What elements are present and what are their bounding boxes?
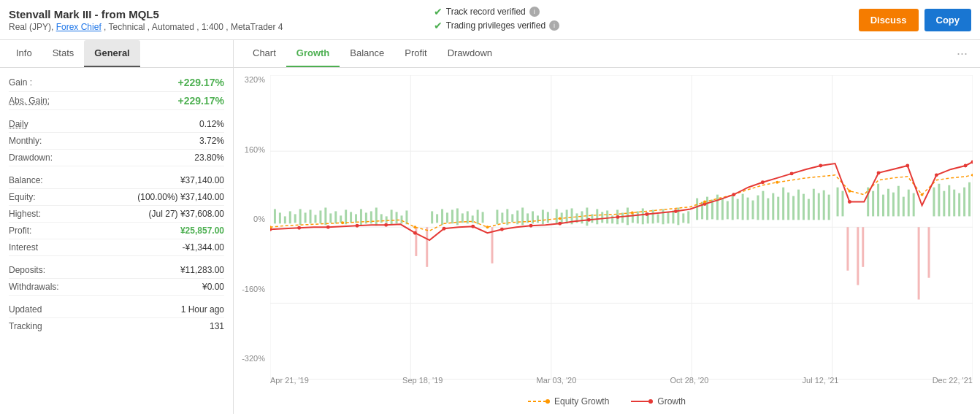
svg-rect-123 (872, 191, 874, 217)
svg-rect-132 (918, 227, 920, 299)
copy-button[interactable]: Copy (925, 9, 972, 31)
tab-info[interactable]: Info (6, 40, 42, 67)
tracking-value: 131 (210, 321, 224, 331)
equity-row: Equity: (100.00%) ¥37,140.00 (9, 189, 224, 206)
svg-rect-104 (767, 199, 769, 220)
drawdown-label: Drawdown: (9, 153, 53, 163)
daily-label: Daily (9, 119, 28, 129)
drawdown-value: 23.80% (194, 153, 224, 163)
legend-growth-line-icon (631, 398, 653, 405)
highest-row: Highest: (Jul 27) ¥37,608.00 (9, 206, 224, 223)
chart-tab-chart[interactable]: Chart (242, 40, 286, 67)
svg-rect-13 (284, 216, 286, 223)
svg-rect-118 (841, 191, 843, 217)
svg-point-155 (645, 212, 648, 216)
svg-point-147 (413, 231, 417, 235)
svg-rect-141 (968, 182, 971, 217)
abs-gain-label: Abs. Gain: (9, 96, 50, 106)
chart-area: 320% 160% 0% -160% -320% (234, 68, 980, 414)
svg-rect-111 (803, 194, 805, 220)
svg-point-175 (776, 181, 778, 184)
chart-tab-balance[interactable]: Balance (340, 40, 394, 67)
svg-point-176 (848, 190, 851, 193)
chart-tab-growth[interactable]: Growth (286, 40, 340, 67)
interest-label: Interest (9, 242, 38, 253)
svg-rect-50 (482, 212, 484, 223)
monthly-label: Monthly: (9, 136, 42, 146)
svg-rect-47 (467, 211, 469, 223)
svg-rect-126 (887, 189, 889, 217)
right-panel: Chart Growth Balance Profit Drawdown ···… (234, 40, 980, 414)
svg-rect-110 (797, 190, 800, 220)
more-options-icon[interactable]: ··· (953, 42, 971, 65)
svg-point-163 (877, 171, 881, 174)
svg-point-159 (761, 180, 765, 184)
svg-rect-73 (606, 210, 608, 223)
svg-rect-129 (903, 197, 905, 217)
svg-rect-100 (747, 198, 749, 220)
chart-tab-drawdown[interactable]: Drawdown (437, 40, 502, 67)
svg-point-177 (921, 193, 924, 196)
svg-rect-24 (340, 215, 342, 223)
svg-rect-105 (772, 193, 774, 220)
tab-stats[interactable]: Stats (42, 40, 85, 67)
gain-row: Gain : +229.17% (9, 74, 224, 92)
tracking-row: Tracking 131 (9, 318, 224, 334)
svg-rect-68 (581, 211, 583, 223)
svg-rect-53 (501, 212, 503, 223)
svg-rect-49 (477, 209, 479, 224)
svg-point-146 (384, 223, 388, 227)
balance-row: Balance: ¥37,140.00 (9, 172, 224, 189)
svg-rect-80 (642, 208, 644, 224)
svg-rect-83 (657, 214, 659, 223)
abs-gain-value: +229.17% (178, 95, 224, 107)
balance-label: Balance: (9, 175, 43, 185)
svg-rect-63 (556, 209, 558, 223)
svg-rect-32 (380, 214, 383, 223)
svg-rect-106 (777, 197, 779, 220)
legend-growth: Growth (631, 396, 686, 407)
svg-point-156 (674, 209, 678, 213)
svg-point-173 (631, 211, 634, 214)
svg-rect-107 (782, 188, 784, 220)
svg-rect-79 (637, 211, 639, 223)
svg-rect-33 (386, 216, 388, 223)
legend-equity-label: Equity Growth (554, 396, 609, 407)
chart-svg (270, 75, 973, 380)
svg-point-149 (471, 225, 475, 228)
tab-general[interactable]: General (84, 40, 139, 67)
gain-value: +229.17% (178, 77, 224, 88)
svg-rect-21 (324, 207, 326, 225)
svg-point-152 (558, 222, 562, 226)
svg-point-151 (529, 224, 533, 228)
deposits-value: ¥11,283.00 (180, 265, 224, 275)
svg-rect-92 (706, 197, 708, 220)
svg-rect-102 (757, 196, 759, 220)
svg-rect-34 (391, 209, 393, 225)
svg-rect-125 (882, 195, 884, 217)
info-icon-2[interactable]: i (549, 20, 559, 31)
header-right: Discuss Copy (859, 9, 971, 31)
svg-rect-39 (426, 227, 428, 267)
track-record-verified: ✔ Track record verified i (434, 6, 859, 18)
withdrawals-label: Withdrawals: (9, 282, 59, 292)
svg-rect-59 (532, 211, 534, 223)
highest-label: Highest: (9, 209, 41, 219)
svg-rect-62 (547, 212, 549, 223)
check-icon-1: ✔ (434, 6, 443, 18)
discuss-button[interactable]: Discuss (859, 9, 919, 31)
svg-point-158 (732, 193, 735, 196)
svg-rect-61 (542, 209, 544, 224)
svg-rect-116 (828, 195, 830, 220)
info-icon-1[interactable]: i (529, 7, 540, 17)
forex-chief-link[interactable]: Forex Chief (56, 22, 102, 32)
chart-tab-profit[interactable]: Profit (394, 40, 437, 67)
svg-rect-108 (787, 193, 789, 220)
svg-rect-138 (953, 190, 955, 217)
svg-rect-99 (742, 194, 744, 220)
svg-rect-28 (360, 209, 362, 225)
svg-rect-19 (314, 215, 316, 223)
updated-row: Updated 1 Hour ago (9, 301, 224, 318)
updated-value: 1 Hour ago (181, 304, 224, 315)
svg-rect-72 (601, 212, 603, 223)
